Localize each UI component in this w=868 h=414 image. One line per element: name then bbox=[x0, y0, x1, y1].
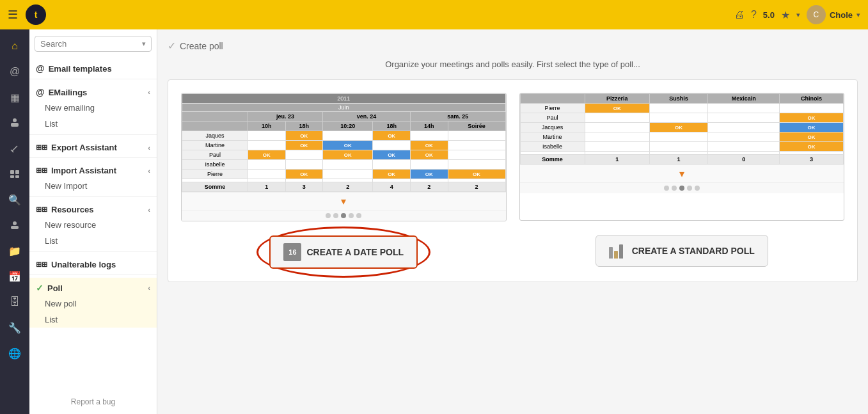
breadcrumb: ✓ Create poll bbox=[168, 40, 858, 52]
sidebar-icon-dashboard[interactable]: ▦ bbox=[3, 86, 26, 109]
user-chevron: ▾ bbox=[856, 11, 860, 19]
nav-section-export: ⊞⊞ Export Assistant ‹ bbox=[29, 138, 157, 155]
report-bug-link[interactable]: Report a bug bbox=[29, 390, 157, 414]
nav-item-resources-list[interactable]: List bbox=[29, 233, 157, 249]
preview-dot-3[interactable] bbox=[341, 213, 346, 218]
search-input[interactable] bbox=[40, 39, 142, 49]
print-icon[interactable]: 🖨 bbox=[734, 9, 745, 20]
svg-point-1 bbox=[13, 118, 17, 122]
topbar-left: ☰ t bbox=[8, 4, 46, 25]
std-preview-dot-5[interactable] bbox=[695, 186, 700, 191]
std-preview-dot-2[interactable] bbox=[672, 186, 677, 191]
topbar-right: 🖨 ? 5.0 ★ ▾ C Chole ▾ bbox=[734, 5, 860, 24]
standard-poll-table: Pizzeria Sushis Mexicain Chinois Pierre … bbox=[520, 93, 844, 164]
std-preview-dot-4[interactable] bbox=[687, 186, 692, 191]
icon-sidebar: ⌂ @ ▦ 🔍 📁 📅 🗄 🔧 🌐 bbox=[0, 29, 29, 414]
create-standard-poll-button[interactable]: CREATE A STANDARD POLL bbox=[596, 235, 768, 267]
app-logo: t bbox=[26, 4, 46, 25]
topbar: ☰ t 🖨 ? 5.0 ★ ▾ C Chole ▾ bbox=[0, 0, 868, 29]
version-label: 5.0 bbox=[763, 10, 775, 20]
nav-item-poll-list[interactable]: List bbox=[29, 312, 157, 328]
nav-header-poll[interactable]: ✓ Poll ‹ bbox=[29, 278, 157, 296]
nav-header-unalterable-logs[interactable]: ⊞⊞ Unalterable logs bbox=[29, 255, 157, 272]
sidebar-icon-calendar[interactable]: 📅 bbox=[3, 265, 26, 288]
sidebar-icon-wrench[interactable]: 🔧 bbox=[3, 316, 26, 339]
sidebar-icon-person[interactable] bbox=[3, 214, 26, 237]
export-label: Export Assistant bbox=[51, 143, 117, 152]
preview-dot-5[interactable] bbox=[356, 213, 361, 218]
std-preview-dot-3[interactable] bbox=[679, 186, 684, 191]
create-standard-poll-label: CREATE A STANDARD POLL bbox=[632, 246, 755, 256]
nav-section-unalterable-logs: ⊞⊞ Unalterable logs bbox=[29, 255, 157, 272]
import-chevron-icon: ‹ bbox=[148, 167, 150, 175]
nav-header-export[interactable]: ⊞⊞ Export Assistant ‹ bbox=[29, 138, 157, 155]
emailings-icon: @ bbox=[36, 87, 45, 97]
help-icon[interactable]: ? bbox=[751, 9, 757, 20]
sidebar-icon-search[interactable]: 🔍 bbox=[3, 188, 26, 211]
avatar: C bbox=[807, 5, 826, 24]
date-poll-preview: 2011 Juin jeu. 23 ven. 24 sam. 25 bbox=[181, 93, 507, 221]
breadcrumb-text: Create poll bbox=[180, 41, 223, 51]
std-preview-dot-1[interactable] bbox=[664, 186, 669, 191]
sidebar-icon-home[interactable]: ⌂ bbox=[3, 35, 26, 58]
nav-item-new-import[interactable]: New Import bbox=[29, 178, 157, 194]
user-menu[interactable]: C Chole ▾ bbox=[807, 5, 860, 24]
search-box[interactable]: ▾ bbox=[35, 36, 152, 52]
nav-item-new-emailing[interactable]: New emailing bbox=[29, 100, 157, 116]
standard-poll-option: Pizzeria Sushis Mexicain Chinois Pierre … bbox=[519, 93, 845, 269]
sidebar-icon-at[interactable]: @ bbox=[3, 60, 26, 83]
svg-rect-0 bbox=[11, 123, 19, 127]
poll-options-container: 2011 Juin jeu. 23 ven. 24 sam. 25 bbox=[168, 79, 858, 282]
poll-chevron-icon: ‹ bbox=[148, 284, 150, 292]
nav-header-emailings[interactable]: @ EMailings ‹ bbox=[29, 82, 157, 100]
sidebar-icon-database[interactable]: 🗄 bbox=[3, 291, 26, 314]
sidebar-icon-globe[interactable]: 🌐 bbox=[3, 342, 26, 365]
star-chevron[interactable]: ▾ bbox=[796, 11, 800, 19]
nav-section-emailings: @ EMailings ‹ New emailing List bbox=[29, 82, 157, 132]
email-templates-icon: @ bbox=[36, 63, 45, 74]
content-area: ✓ Create poll Organize your meetings and… bbox=[157, 29, 868, 414]
sidebar-icon-folder[interactable]: 📁 bbox=[3, 239, 26, 262]
svg-rect-7 bbox=[15, 175, 19, 178]
nav-section-resources: ⊞⊞ Resources ‹ New resource List bbox=[29, 200, 157, 249]
preview-dot-4[interactable] bbox=[349, 213, 354, 218]
star-icon[interactable]: ★ bbox=[781, 9, 790, 21]
date-poll-preview-footer bbox=[182, 210, 506, 221]
svg-rect-8 bbox=[11, 226, 19, 229]
calendar-icon: 16 bbox=[283, 243, 301, 261]
unalterable-logs-label: Unalterable logs bbox=[51, 260, 116, 269]
poll-icon: ✓ bbox=[36, 283, 43, 293]
import-label: Import Assistant bbox=[51, 166, 116, 175]
emailings-chevron-icon: ‹ bbox=[148, 88, 150, 96]
export-chevron-icon: ‹ bbox=[148, 144, 150, 152]
nav-header-email-templates[interactable]: @ Email templates bbox=[29, 58, 157, 76]
sidebar-icon-tools[interactable] bbox=[3, 137, 26, 160]
nav-item-new-resource[interactable]: New resource bbox=[29, 217, 157, 233]
hamburger-icon[interactable]: ☰ bbox=[8, 8, 18, 22]
sidebar-icon-layers[interactable] bbox=[3, 163, 26, 186]
nav-section-poll: ✓ Poll ‹ New poll List bbox=[29, 278, 157, 328]
svg-rect-6 bbox=[10, 175, 14, 178]
nav-section-email-templates: @ Email templates bbox=[29, 58, 157, 76]
resources-label: Resources bbox=[51, 205, 93, 214]
standard-poll-preview: Pizzeria Sushis Mexicain Chinois Pierre … bbox=[519, 93, 845, 221]
sidebar-icon-contacts[interactable] bbox=[3, 111, 26, 134]
svg-rect-5 bbox=[15, 170, 19, 174]
resources-icon: ⊞⊞ bbox=[36, 205, 47, 214]
username: Chole bbox=[830, 10, 853, 20]
svg-point-9 bbox=[13, 221, 17, 225]
create-date-poll-button[interactable]: 16 CREATE A DATE POLL bbox=[269, 235, 418, 269]
nav-header-resources[interactable]: ⊞⊞ Resources ‹ bbox=[29, 200, 157, 217]
nav-item-emailings-list[interactable]: List bbox=[29, 116, 157, 132]
export-icon: ⊞⊞ bbox=[36, 143, 47, 152]
import-icon: ⊞⊞ bbox=[36, 166, 47, 175]
svg-rect-4 bbox=[10, 170, 14, 174]
preview-dot-2[interactable] bbox=[333, 213, 338, 218]
breadcrumb-check-icon: ✓ bbox=[168, 40, 176, 52]
nav-item-new-poll[interactable]: New poll bbox=[29, 296, 157, 312]
create-date-poll-label: CREATE A DATE POLL bbox=[306, 247, 404, 257]
preview-dot-1[interactable] bbox=[326, 213, 331, 218]
nav-header-import[interactable]: ⊞⊞ Import Assistant ‹ bbox=[29, 161, 157, 178]
nav-section-import: ⊞⊞ Import Assistant ‹ New Import bbox=[29, 161, 157, 194]
date-poll-option: 2011 Juin jeu. 23 ven. 24 sam. 25 bbox=[181, 93, 507, 269]
